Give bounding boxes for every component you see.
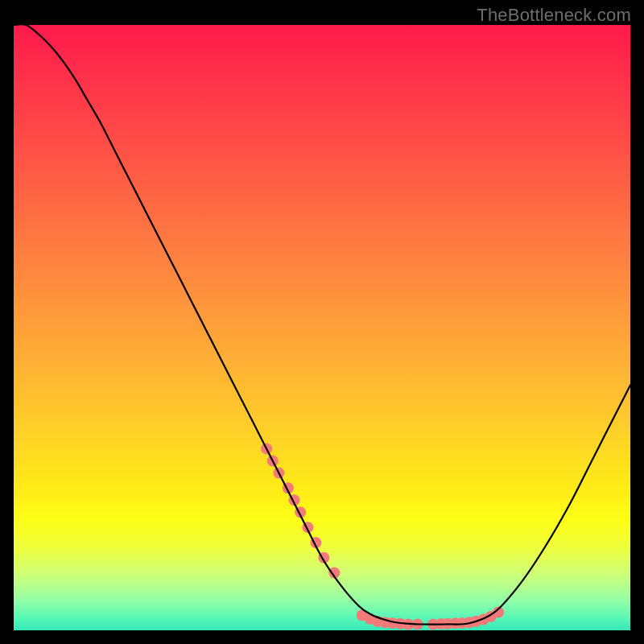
bottleneck-curve-line [14,24,630,624]
watermark-text: TheBottleneck.com [477,5,631,26]
highlight-markers [261,443,504,630]
chart-frame: TheBottleneck.com [0,0,644,644]
chart-svg [14,25,630,630]
